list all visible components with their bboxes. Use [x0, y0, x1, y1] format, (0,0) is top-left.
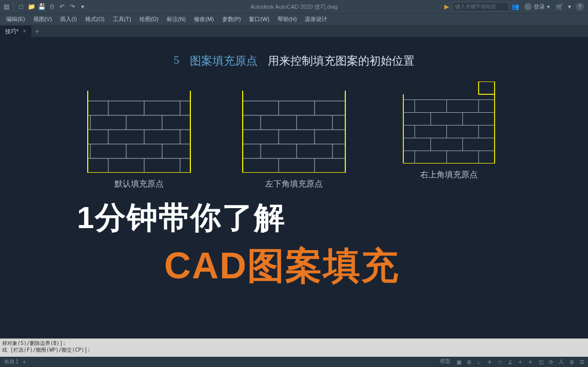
lwt-icon[interactable]: ≡	[526, 358, 535, 366]
undo-icon[interactable]: ↶	[58, 3, 66, 11]
svg-rect-43	[479, 81, 495, 94]
save-icon[interactable]: 💾	[37, 3, 46, 11]
file-tabbar: 技巧* × +	[0, 25, 588, 37]
workspace-icon[interactable]: ⚙	[567, 358, 576, 366]
file-tab-label: 技巧*	[5, 28, 18, 35]
heading-white: 用来控制填充图案的初始位置	[268, 53, 415, 69]
quick-access-toolbar: ▤ □ 📁 💾 ⎙ ↶ ↷ ▾	[0, 3, 87, 11]
brick-pattern-topright	[393, 81, 505, 164]
pattern-label: 左下角填充原点	[265, 179, 323, 190]
login-button[interactable]: 登录 ▾	[521, 3, 553, 11]
search-icon[interactable]: 👥	[511, 3, 519, 11]
redo-icon[interactable]: ↷	[68, 3, 76, 11]
menu-draw[interactable]: 绘图(D)	[135, 15, 163, 23]
menu-dimension[interactable]: 标注(N)	[163, 15, 190, 23]
drawing-heading: 5 图案填充原点 用来控制填充图案的初始位置	[174, 53, 415, 69]
annotation-icon[interactable]: 人	[557, 358, 565, 366]
dropdown-icon[interactable]: ▾	[565, 3, 574, 11]
pattern-default: 默认填充原点	[83, 91, 195, 190]
menu-parametric[interactable]: 参数(P)	[218, 15, 245, 23]
titlebar: ▤ □ 📁 💾 ⎙ ↶ ↷ ▾ Autodesk AutoCAD 2020 技巧…	[0, 0, 588, 13]
pattern-row: 默认填充原点 左下	[0, 91, 588, 190]
polar-icon[interactable]: ✛	[485, 358, 494, 366]
new-tab-button[interactable]: +	[31, 26, 43, 37]
app-title: Autodesk AutoCAD 2020 技巧.dwg	[250, 3, 338, 11]
pattern-bottomleft: 左下角填充原点	[238, 91, 350, 190]
menubar: 编辑(E) 视图(V) 插入(I) 格式(O) 工具(T) 绘图(D) 标注(N…	[0, 13, 588, 25]
menu-help[interactable]: 帮助(H)	[273, 15, 301, 23]
file-tab-active[interactable]: 技巧* ×	[0, 26, 31, 37]
search-input[interactable]: 键入关键字或短语	[453, 2, 509, 11]
new-icon[interactable]: □	[17, 3, 25, 11]
open-icon[interactable]: 📁	[27, 3, 35, 11]
menu-icon[interactable]: ☰	[578, 358, 586, 366]
chevron-down-icon: ▾	[547, 4, 550, 10]
command-line[interactable]: 择对象(S)/删除边界(B)]: 或 [栏选(F)/圈围(WP)/圈交(CP)]…	[0, 338, 588, 357]
menu-format[interactable]: 格式(O)	[81, 15, 109, 23]
overlay-line1: 1分钟带你了解	[77, 197, 399, 239]
app-menu-icon[interactable]: ▤	[2, 3, 10, 11]
menu-edit[interactable]: 编辑(E)	[2, 15, 29, 23]
menu-window[interactable]: 窗口(W)	[245, 15, 273, 23]
snap-icon[interactable]: ⊞	[465, 358, 473, 366]
osnap-icon[interactable]: □	[496, 358, 504, 366]
help-icon[interactable]: ?	[576, 3, 584, 11]
drawing-canvas[interactable]: 5 图案填充原点 用来控制填充图案的初始位置	[0, 37, 588, 338]
ortho-icon[interactable]: ∟	[475, 358, 483, 366]
heading-blue: 图案填充原点	[190, 53, 258, 69]
cycling-icon[interactable]: ⟳	[547, 358, 555, 366]
pattern-topright: 右上角填充原点	[393, 91, 505, 190]
video-overlay-text: 1分钟带你了解 CAD图案填充	[77, 197, 399, 291]
titlebar-right: ▶ 键入关键字或短语 👥 登录 ▾ 🛒 ▾ ?	[442, 2, 588, 11]
transparency-icon[interactable]: ◫	[537, 358, 545, 366]
pattern-label: 默认填充原点	[114, 179, 164, 190]
menu-insert[interactable]: 插入(I)	[56, 15, 81, 23]
status-icons: 模型 ▦ ⊞ ∟ ✛ □ ∠ + ≡ ◫ ⟳ 人 ⚙ ☰	[438, 358, 586, 366]
menu-view[interactable]: 视图(V)	[29, 15, 56, 23]
layout-tab[interactable]: 布局 1	[2, 358, 21, 365]
close-icon[interactable]: ×	[23, 28, 26, 35]
statusbar: 布局 1 + 模型 ▦ ⊞ ∟ ✛ □ ∠ + ≡ ◫ ⟳ 人 ⚙ ☰	[0, 357, 588, 367]
cmd-line1: 择对象(S)/删除边界(B)]:	[2, 340, 586, 346]
arrow-icon[interactable]: ▶	[442, 3, 450, 11]
cmd-line2: 或 [栏选(F)/圈围(WP)/圈交(CP)]:	[2, 346, 586, 353]
menu-modify[interactable]: 修改(M)	[190, 15, 218, 23]
menu-yuanquan[interactable]: 源泉设计	[301, 15, 331, 23]
user-icon	[524, 3, 532, 10]
cart-icon[interactable]: 🛒	[555, 3, 563, 11]
menu-tools[interactable]: 工具(T)	[109, 15, 135, 23]
plus-icon[interactable]: +	[21, 359, 28, 365]
saveas-icon[interactable]: ⎙	[48, 3, 56, 11]
overlay-line2: CAD图案填充	[164, 241, 399, 291]
grid-icon[interactable]: ▦	[455, 358, 463, 366]
brick-pattern-bottomleft	[238, 91, 350, 173]
qat-dropdown-icon[interactable]: ▾	[79, 3, 87, 11]
heading-number: 5	[174, 53, 180, 69]
otrack-icon[interactable]: ∠	[506, 358, 514, 366]
dyn-icon[interactable]: +	[516, 358, 524, 366]
pattern-label: 右上角填充原点	[420, 170, 478, 180]
model-button[interactable]: 模型	[438, 358, 453, 366]
brick-pattern-default	[83, 91, 195, 173]
